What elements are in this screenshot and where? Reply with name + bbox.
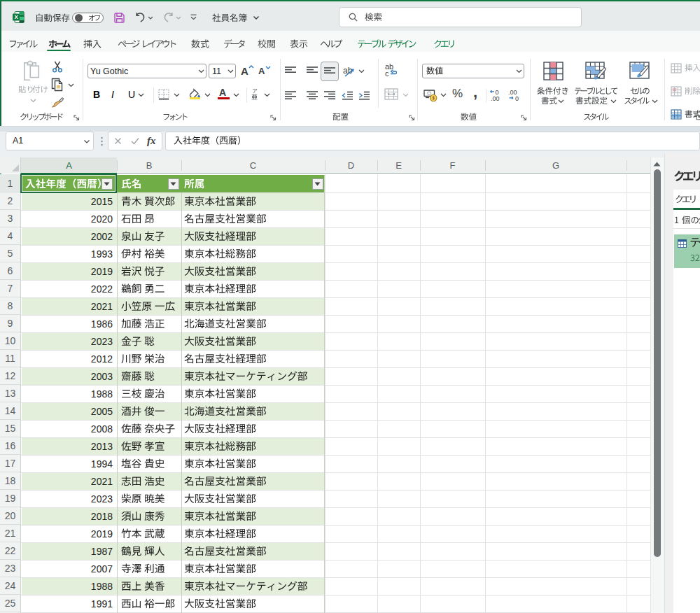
svg-text:.00: .00	[491, 95, 500, 101]
svg-text:c: c	[385, 69, 389, 77]
svg-text:0: 0	[515, 95, 519, 101]
